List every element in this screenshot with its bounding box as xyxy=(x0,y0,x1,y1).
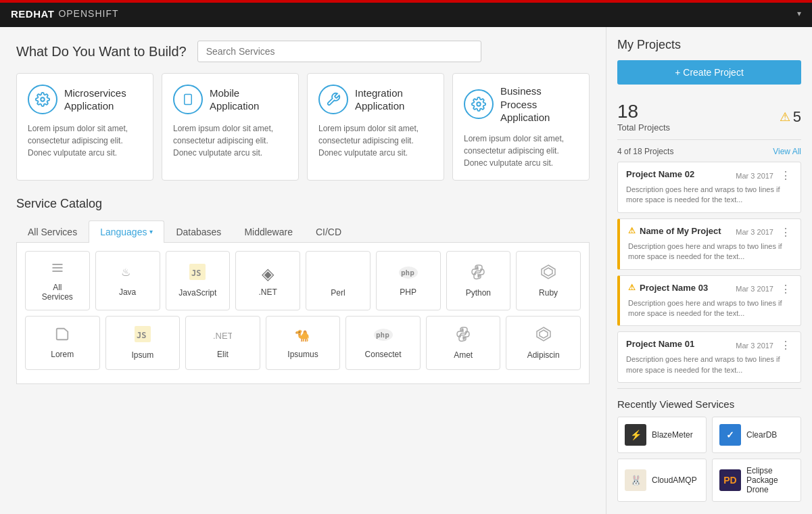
build-card-integration[interactable]: Integration Application Lorem ipsum dolo… xyxy=(307,73,444,181)
recent-service-icon-cloudamqp: 🐰 xyxy=(625,469,646,491)
project-warning-icon: ⚠ xyxy=(628,283,636,292)
service-icon-adipiscin xyxy=(535,326,552,346)
warning-count-block: ⚠ 5 xyxy=(780,108,801,126)
search-input[interactable] xyxy=(197,41,481,62)
projects-list: Project Name 02 Mar 3 2017 ⋮ Description… xyxy=(617,162,801,383)
total-projects-count: 18 xyxy=(617,101,670,122)
project-desc-project-01: Description goes here and wraps to two l… xyxy=(626,354,794,375)
tab-middleware[interactable]: Middleware xyxy=(233,220,304,243)
service-item-python[interactable]: Python xyxy=(446,251,511,311)
sidebar: My Projects + Create Project 18 Total Pr… xyxy=(606,27,812,514)
svg-point-3 xyxy=(477,103,481,107)
recent-service-icon-blazemeter: ⚡ xyxy=(625,424,646,446)
sidebar-divider xyxy=(617,388,801,389)
service-icon-ipsum: JS xyxy=(135,326,151,346)
service-icon-lorem xyxy=(55,327,70,346)
build-title: What Do You Want to Build? xyxy=(16,44,187,60)
service-item-consectet[interactable]: phpConsectet xyxy=(345,316,421,370)
service-item-adipiscin[interactable]: Adipiscin xyxy=(506,316,581,370)
service-icon-consectet: php xyxy=(373,327,393,346)
service-icon-all-services xyxy=(51,260,64,279)
total-projects-block: 18 Total Projects xyxy=(617,101,670,133)
service-item-ipsumus[interactable]: 🐪Ipsumus xyxy=(266,316,341,370)
svg-text:🐪: 🐪 xyxy=(295,329,310,342)
project-menu-project-03[interactable]: ⋮ xyxy=(778,283,794,296)
project-item-name-of-my-project[interactable]: ⚠ Name of My Project Mar 3 2017 ⋮ Descri… xyxy=(617,218,801,270)
projects-count-label: 4 of 18 Projects xyxy=(617,147,673,156)
service-item-label-consectet: Consectet xyxy=(365,350,402,359)
project-item-project-02[interactable]: Project Name 02 Mar 3 2017 ⋮ Description… xyxy=(617,162,801,213)
service-item-label-ipsum: Ipsum xyxy=(132,350,154,360)
recent-service-eclipse[interactable]: PD Eclipse Package Drone xyxy=(712,459,801,502)
project-name-project-03: ⚠ Project Name 03 xyxy=(628,283,708,293)
service-item-all-services[interactable]: AllServices xyxy=(25,251,90,311)
project-date-project-03: Mar 3 2017 xyxy=(736,285,773,293)
recent-service-cleardb[interactable]: ✓ ClearDB xyxy=(712,417,801,453)
build-card-title-business: Business Process Application xyxy=(500,85,578,124)
service-item-php[interactable]: phpPHP xyxy=(376,251,441,311)
build-card-microservices[interactable]: Microservices Application Lorem ipsum do… xyxy=(16,73,153,181)
project-desc-project-03: Description goes here and wraps to two l… xyxy=(628,298,794,319)
service-item-amet[interactable]: Amet xyxy=(426,316,501,370)
service-item-net[interactable]: ◈.NET xyxy=(235,251,300,311)
svg-text:JS: JS xyxy=(191,268,201,278)
service-icon-php: php xyxy=(398,264,419,283)
service-item-label-amet: Amet xyxy=(454,350,473,360)
product-name: OPENSHIFT xyxy=(58,8,118,19)
build-card-desc-business: Lorem ipsum dolor sit amet, consectetur … xyxy=(464,133,578,169)
recent-service-blazemeter[interactable]: ⚡ BlazeMeter xyxy=(617,417,707,453)
tab-cicd[interactable]: CI/CD xyxy=(304,220,353,243)
service-item-elit[interactable]: .NETElit xyxy=(185,316,260,370)
svg-text:php: php xyxy=(401,268,414,277)
service-item-ruby[interactable]: Ruby xyxy=(516,251,581,311)
tab-all[interactable]: All Services xyxy=(16,220,89,243)
build-card-business[interactable]: Business Process Application Lorem ipsum… xyxy=(452,73,590,181)
build-header: What Do You Want to Build? xyxy=(16,41,590,62)
recent-service-cloudamqp[interactable]: 🐰 CloudAMQP xyxy=(617,459,707,502)
svg-text:.NET: .NET xyxy=(213,331,232,341)
project-menu-project-01[interactable]: ⋮ xyxy=(778,339,794,352)
recent-service-name-blazemeter: BlazeMeter xyxy=(652,430,693,440)
header-chevron-icon[interactable]: ▾ xyxy=(797,9,801,18)
build-card-mobile[interactable]: Mobile Application Lorem ipsum dolor sit… xyxy=(162,73,299,181)
service-icon-ipsumus: 🐪 xyxy=(295,327,311,346)
service-item-label-php: PHP xyxy=(400,287,416,297)
recent-services-title: Recently Viewed Services xyxy=(617,398,801,410)
service-item-label-javascript: JavaScript xyxy=(178,288,216,298)
project-item-project-01[interactable]: Project Name 01 Mar 3 2017 ⋮ Description… xyxy=(617,331,801,383)
svg-marker-22 xyxy=(540,330,548,338)
project-name-project-01: Project Name 01 xyxy=(626,339,694,349)
tab-languages[interactable]: Languages ▾ xyxy=(89,220,164,243)
project-name-name-of-my-project: ⚠ Name of My Project xyxy=(628,226,721,236)
service-item-javascript[interactable]: JSJavaScript xyxy=(166,251,231,311)
svg-text:JS: JS xyxy=(137,331,146,340)
build-cards: Microservices Application Lorem ipsum do… xyxy=(16,73,590,181)
service-icon-elit: .NET xyxy=(213,327,232,346)
project-item-project-03[interactable]: ⚠ Project Name 03 Mar 3 2017 ⋮ Descripti… xyxy=(617,275,801,327)
build-card-title-integration: Integration Application xyxy=(355,87,433,113)
service-item-perl[interactable]: 🐪Perl xyxy=(306,251,371,311)
service-grid-container: AllServices♨JavaJSJavaScript◈.NET🐪Perlph… xyxy=(16,243,590,385)
service-item-lorem[interactable]: Lorem xyxy=(25,316,100,370)
brand-name: REDHAT xyxy=(11,8,54,20)
tab-databases[interactable]: Databases xyxy=(164,220,233,243)
red-bar xyxy=(0,0,812,3)
service-item-label-ipsumus: Ipsumus xyxy=(287,350,318,359)
service-item-label-perl: Perl xyxy=(331,288,345,298)
svg-marker-14 xyxy=(544,268,552,276)
service-item-ipsum[interactable]: JSIpsum xyxy=(105,316,181,370)
view-all-link[interactable]: View All xyxy=(773,147,801,156)
build-card-icon-microservices xyxy=(28,85,57,114)
project-menu-project-02[interactable]: ⋮ xyxy=(778,169,794,182)
build-card-desc-integration: Lorem ipsum dolor sit amet, consectetur … xyxy=(318,122,433,159)
create-project-button[interactable]: + Create Project xyxy=(617,60,801,85)
project-item-header: Project Name 01 Mar 3 2017 ⋮ xyxy=(626,339,794,352)
service-icon-ruby xyxy=(540,264,556,284)
service-icon-javascript: JS xyxy=(189,264,206,284)
project-item-header: Project Name 02 Mar 3 2017 ⋮ xyxy=(626,169,794,182)
service-item-java[interactable]: ♨Java xyxy=(95,251,160,311)
project-menu-name-of-my-project[interactable]: ⋮ xyxy=(778,226,794,239)
build-card-header: Mobile Application xyxy=(173,85,287,114)
recent-service-name-cloudamqp: CloudAMQP xyxy=(652,475,697,485)
main-layout: What Do You Want to Build? Microservices… xyxy=(0,27,812,514)
